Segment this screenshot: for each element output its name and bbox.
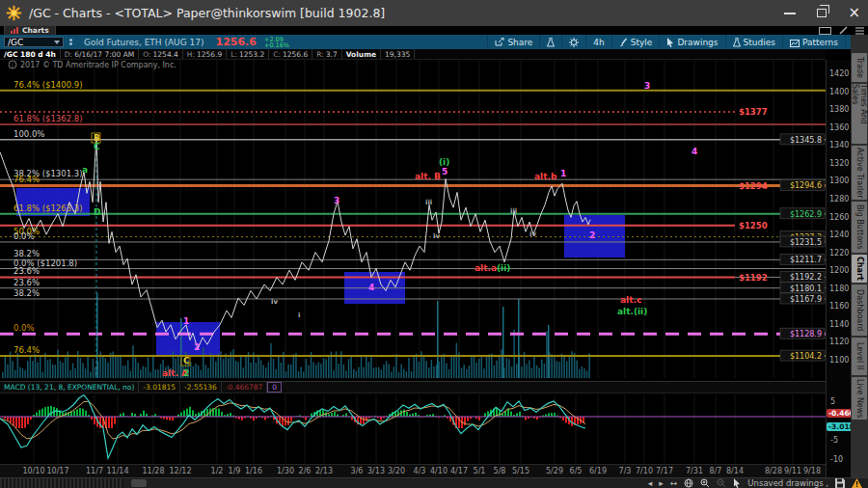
volume-bar [513, 330, 515, 378]
volume-bar [287, 365, 289, 378]
volume-bar [538, 367, 540, 378]
volume-bar [541, 360, 543, 378]
macd-histogram-bar [548, 413, 550, 417]
menu-icon[interactable] [855, 27, 864, 35]
gadget-tab-big-buttons[interactable]: Big Buttons [852, 202, 867, 253]
volume-bar [256, 363, 258, 378]
volume-bar [40, 356, 41, 378]
volume-bar [308, 366, 310, 378]
wave-label: 3 [644, 81, 650, 91]
gadget-tab-trade[interactable]: Trade [852, 53, 867, 82]
zoom-out-icon[interactable] [717, 478, 726, 488]
price-chart-svg[interactable]: 76.4% ($1400.9)$137761.8% ($1362.8)100.0… [0, 0, 826, 488]
pencil-icon[interactable] [839, 26, 848, 35]
volume-bar [303, 371, 305, 378]
zoom-in-icon[interactable] [700, 478, 710, 488]
macd-value: -3.01815 [139, 382, 180, 393]
volume-bar [428, 367, 430, 378]
volume-bar [544, 364, 546, 378]
volume-bar [496, 361, 498, 378]
unsaved-drawings-label[interactable]: Unsaved drawings , [747, 478, 828, 488]
y-axis-tick: 1360 [829, 123, 849, 132]
gadget-tab-times-and-sales[interactable]: Times And Sales [852, 84, 867, 144]
page-right-icon[interactable]: ▸ [659, 479, 664, 488]
macd-histogram-bar [27, 417, 29, 424]
gadget-tab-level-ii[interactable]: Level II [852, 338, 867, 375]
volume-bar [240, 356, 242, 378]
macd-histogram-bar [363, 417, 365, 424]
wave-label: 1 [183, 316, 189, 326]
fib-level-label: 23.6% [14, 278, 40, 287]
volume-bar [416, 354, 418, 378]
volume-bar [60, 361, 62, 378]
macd-zero: 0 [267, 382, 282, 393]
alert-price-label: $1294 [739, 181, 768, 191]
macd-histogram-bar [565, 417, 567, 422]
volume-bar [441, 357, 443, 378]
macd-histogram-bar [183, 410, 185, 417]
gadget-tab-chart[interactable]: Chart [852, 255, 867, 283]
volume-bar [483, 368, 485, 378]
y-axis-tick: 1100 [829, 356, 849, 365]
macd-histogram-bar [334, 412, 336, 417]
macd-histogram-bar [82, 409, 84, 417]
y-axis-tick: 1340 [829, 141, 849, 149]
warning-icon[interactable] [852, 478, 862, 488]
macd-histogram-bar [290, 417, 292, 421]
close-button[interactable]: × [848, 6, 860, 20]
gadget-tab-active-trader[interactable]: Active Trader [852, 146, 867, 200]
fib-level-label: 38.2% [14, 288, 40, 298]
macd-histogram-bar [331, 413, 333, 417]
macd-histogram-bar [180, 413, 182, 417]
volume-bar [55, 365, 57, 378]
volume-bar [486, 355, 488, 378]
pan-icon[interactable]: ↔ [670, 479, 678, 488]
wave-label: iv [271, 298, 278, 306]
pointer-icon[interactable] [733, 478, 741, 488]
gadget-tab-dashboard[interactable]: Dashboard [852, 285, 867, 336]
scroll-track[interactable] [0, 478, 123, 488]
volume-bar [526, 364, 528, 378]
y-axis[interactable]: 1420140013801360134013201300128012601240… [826, 60, 851, 477]
volume-bar [35, 354, 37, 378]
macd-histogram-bar [122, 413, 124, 417]
volume-bar [438, 362, 440, 378]
gadget-tab-live-news[interactable]: Live News [852, 377, 867, 420]
macd-histogram-bar [50, 406, 52, 417]
volume-bar [72, 363, 74, 378]
wave-label: 1 [560, 169, 566, 178]
volume-bar [293, 354, 295, 378]
wave-label: 4 [368, 283, 374, 292]
y-axis-tick: 1240 [829, 230, 849, 239]
macd-histogram-bar [562, 417, 564, 420]
save-icon[interactable] [835, 478, 845, 488]
axis-price-bubble-label: $1345.8 [790, 136, 822, 145]
volume-bar [47, 360, 49, 378]
volume-bar [400, 365, 402, 378]
volume-bar [569, 356, 571, 378]
scroll-handle[interactable] [131, 479, 147, 487]
macd-histogram-bar [322, 410, 324, 417]
volume-bar [315, 365, 317, 378]
macd-histogram-bar [551, 413, 553, 417]
macd-histogram-bar [499, 411, 501, 417]
volume-bar [225, 353, 227, 378]
price-chart-area[interactable]: 76.4% ($1400.9)$137761.8% ($1362.8)100.0… [0, 0, 826, 488]
axis-price-bubble-label: $1262.9 [790, 210, 822, 219]
alert-price-label: $1377 [739, 107, 768, 117]
volume-bar [488, 354, 490, 378]
page-left-icon[interactable]: ◂ [648, 479, 653, 488]
volume-bar [232, 349, 234, 378]
wave-label: (i) [439, 157, 449, 167]
wave-label: 2 [183, 368, 189, 378]
x-axis[interactable]: 10/1010/1711/711/1411/2812/121/21/91/161… [0, 464, 826, 477]
fib-level-label: 100.0% [14, 129, 44, 139]
globe-icon[interactable] [684, 478, 693, 488]
volume-bar [62, 363, 64, 378]
volume-bar [556, 361, 558, 378]
macd-header[interactable]: MACD (13, 21, 8, EXPONENTIAL, no) -3.018… [0, 381, 826, 393]
volume-bar [193, 366, 195, 378]
axis-price-bubble-label: $1180.1 [790, 285, 822, 293]
macd-histogram-bar [39, 410, 41, 417]
macd-histogram-bar [305, 417, 307, 420]
